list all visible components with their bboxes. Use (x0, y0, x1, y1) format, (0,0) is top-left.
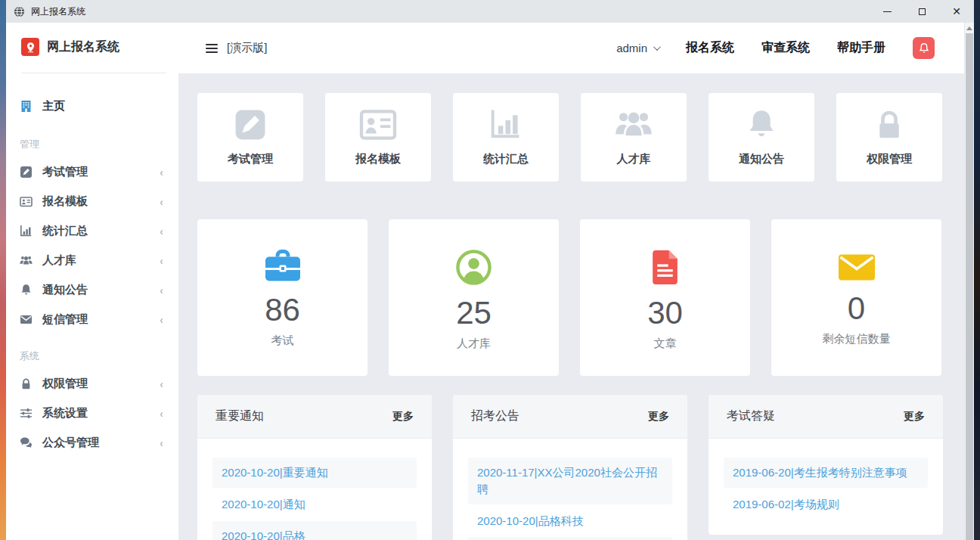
panel-title: 招考公告 (471, 408, 519, 424)
notifications-button[interactable] (913, 37, 935, 59)
notice-link[interactable] (468, 537, 672, 540)
stat-label: 考试 (271, 334, 294, 348)
panel-header: 考试答疑 更多 (709, 395, 943, 439)
sidebar-item-label: 考试管理 (42, 165, 88, 179)
users-icon (20, 254, 33, 267)
chevron-left-icon (160, 379, 168, 389)
window-titlebar[interactable]: 网上报名系统 ✕ (6, 0, 974, 23)
shortcut-statistics[interactable]: 统计汇总 (453, 93, 559, 182)
sidebar-item-label: 统计汇总 (42, 224, 88, 238)
shortcut-exam-management[interactable]: 考试管理 (197, 93, 303, 182)
lock-icon (20, 377, 33, 390)
sidebar-item-label: 通知公告 (42, 283, 88, 297)
shortcut-label: 通知公告 (739, 152, 784, 166)
minimize-icon (883, 11, 892, 12)
panel-recruitment-announcements: 招考公告 更多 2020-11-17|XX公司2020社会公开招聘 2020-1… (453, 395, 687, 540)
panel-list: 2020-11-17|XX公司2020社会公开招聘 2020-10-20|品格科… (453, 439, 687, 540)
nav-registration-system[interactable]: 报名系统 (686, 40, 734, 56)
sidebar-item-announcements[interactable]: 通知公告 (20, 275, 168, 305)
notice-link[interactable]: 2020-10-20|品格 (212, 521, 417, 540)
sidebar-item-permissions[interactable]: 权限管理 (20, 369, 168, 399)
user-circle-icon (456, 250, 492, 285)
notice-link[interactable]: 2019-06-02|考场规则 (724, 489, 928, 520)
panel-important-notices: 重要通知 更多 2020-10-20|重要通知 2020-10-20|通知 20… (197, 395, 432, 540)
desktop-wallpaper-left (0, 0, 6, 540)
sidebar-menu: 主页 管理 考试管理 报名模板 统计汇总 (20, 73, 168, 458)
brand[interactable]: 网上报名系统 (20, 23, 168, 70)
sidebar-item-label: 系统设置 (42, 406, 88, 421)
pen-square-icon (234, 108, 267, 141)
sidebar-item-label: 报名模板 (42, 194, 88, 209)
bell-icon (20, 284, 33, 296)
sidebar-item-exam-management[interactable]: 考试管理 (20, 157, 168, 187)
shortcut-registration-template[interactable]: 报名模板 (325, 93, 431, 182)
shortcut-label: 权限管理 (867, 152, 912, 166)
nav-help-manual[interactable]: 帮助手册 (837, 40, 885, 56)
sidebar-item-label: 人才库 (42, 253, 76, 268)
shortcut-talent-pool[interactable]: 人才库 (581, 93, 687, 182)
id-card-icon (20, 195, 33, 208)
more-link[interactable]: 更多 (904, 410, 925, 424)
shortcut-announcements[interactable]: 通知公告 (709, 93, 814, 182)
map-pin-icon (21, 38, 39, 56)
building-icon (20, 100, 33, 113)
stat-value: 0 (848, 291, 865, 326)
chevron-down-icon (653, 43, 661, 51)
close-button[interactable]: ✕ (939, 0, 974, 23)
scroll-up-arrow-icon[interactable] (965, 23, 974, 33)
sidebar-item-sms-management[interactable]: 短信管理 (20, 305, 168, 334)
notice-link[interactable]: 2020-10-20|通知 (212, 489, 417, 520)
maximize-button[interactable] (904, 0, 939, 23)
file-icon (651, 250, 679, 285)
stat-card-exams: 86 考试 (197, 219, 368, 376)
sidebar-item-home[interactable]: 主页 (20, 92, 168, 121)
notice-link[interactable]: 2020-10-20|品格科技 (468, 506, 672, 536)
scrollbar-thumb[interactable] (966, 33, 973, 540)
sidebar-item-registration-template[interactable]: 报名模板 (20, 187, 168, 216)
chevron-left-icon (160, 438, 168, 448)
panel-row: 重要通知 更多 2020-10-20|重要通知 2020-10-20|通知 20… (197, 395, 974, 540)
menu-toggle-icon[interactable] (206, 44, 218, 53)
shortcut-permissions[interactable]: 权限管理 (836, 93, 942, 182)
notice-link[interactable]: 2019-06-20|考生报考特别注意事项 (724, 458, 928, 488)
users-icon (615, 108, 653, 141)
chevron-left-icon (160, 226, 168, 237)
more-link[interactable]: 更多 (392, 410, 414, 424)
envelope-icon (839, 254, 875, 281)
shortcut-label: 考试管理 (228, 152, 273, 166)
bar-chart-icon (489, 108, 523, 141)
vertical-scrollbar[interactable] (964, 23, 974, 540)
sidebar-item-system-settings[interactable]: 系统设置 (20, 399, 168, 428)
panel-list: 2019-06-20|考生报考特别注意事项 2019-06-02|考场规则 (709, 439, 943, 535)
chevron-left-icon (160, 197, 168, 207)
sidebar-item-official-account[interactable]: 公众号管理 (20, 428, 168, 458)
user-menu[interactable]: admin (616, 42, 659, 54)
panel-exam-qa: 考试答疑 更多 2019-06-20|考生报考特别注意事项 2019-06-02… (709, 395, 943, 535)
sidebar-item-statistics[interactable]: 统计汇总 (20, 216, 168, 246)
briefcase-icon (265, 250, 301, 282)
pen-square-icon (20, 166, 33, 178)
top-header: [演示版] admin 报名系统 审查系统 帮助手册 (178, 23, 974, 73)
stat-card-articles: 30 文章 (580, 219, 750, 376)
nav-review-system[interactable]: 审查系统 (761, 40, 810, 56)
notice-link[interactable]: 2020-11-17|XX公司2020社会公开招聘 (468, 458, 672, 504)
panel-header: 招考公告 更多 (453, 395, 687, 439)
minimize-button[interactable] (870, 0, 904, 23)
brand-title: 网上报名系统 (47, 39, 119, 55)
lock-icon (873, 108, 906, 141)
shortcut-row: 考试管理 报名模板 统计汇总 人才库 (197, 93, 974, 182)
sidebar-item-talent-pool[interactable]: 人才库 (20, 246, 168, 275)
chevron-left-icon (160, 167, 168, 178)
envelope-icon (20, 313, 33, 326)
window-title: 网上报名系统 (31, 5, 85, 18)
stat-value: 25 (456, 296, 492, 331)
notice-link[interactable]: 2020-10-20|重要通知 (212, 458, 417, 488)
more-link[interactable]: 更多 (648, 410, 669, 424)
stat-card-talent-pool: 25 人才库 (389, 219, 559, 376)
stat-label: 人才库 (457, 337, 491, 351)
chevron-left-icon (160, 285, 168, 296)
stat-card-sms-remaining: 0 剩余短信数量 (771, 219, 941, 376)
app-window: 网上报名系统 ✕ 网上报名系统 主 (6, 0, 974, 540)
stat-value: 86 (265, 293, 300, 327)
stat-label: 文章 (654, 337, 677, 351)
